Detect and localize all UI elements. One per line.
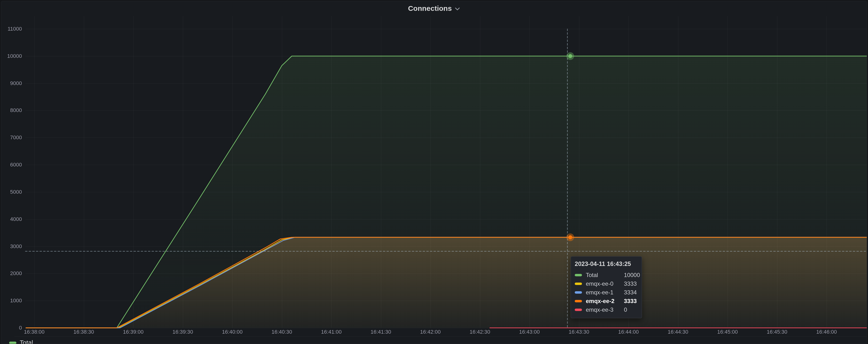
y-axis-tick-label: 10000 <box>3 53 22 59</box>
tooltip-series-swatch <box>575 291 582 294</box>
x-axis-tick-label: 16:42:30 <box>458 329 502 335</box>
tooltip-row: emqx-ee-03333 <box>574 279 638 288</box>
time-series-plot[interactable] <box>1 1 867 344</box>
x-axis-tick-label: 16:45:30 <box>755 329 799 335</box>
y-axis-tick-label: 7000 <box>3 134 22 141</box>
x-axis-tick-label: 16:41:30 <box>359 329 403 335</box>
y-axis-tick-label: 1000 <box>3 298 22 304</box>
x-axis-tick-label: 16:38:30 <box>62 329 105 335</box>
tooltip-series-swatch <box>575 300 582 302</box>
x-axis-tick-label: 16:45:00 <box>706 329 749 335</box>
panel-title[interactable]: Connections <box>408 4 452 12</box>
y-axis-tick-label: 2000 <box>3 270 22 277</box>
tooltip-timestamp: 2023-04-11 16:43:25 <box>575 260 638 268</box>
y-axis-tick-label: 9000 <box>3 80 22 87</box>
tooltip-series-name: Total <box>586 272 624 279</box>
tooltip-row: emqx-ee-13334 <box>574 288 638 297</box>
legend-divider <box>14 337 867 337</box>
y-axis-tick-label: 8000 <box>3 107 22 114</box>
tooltip-series-value: 3333 <box>624 298 637 305</box>
tooltip-series-value: 3334 <box>624 289 637 296</box>
tooltip-series-value: 0 <box>624 306 627 313</box>
x-axis-tick-label: 16:39:00 <box>112 329 155 335</box>
tooltip-series-swatch <box>575 309 582 311</box>
x-axis-tick-label: 16:39:30 <box>161 329 205 335</box>
tooltip-series-swatch <box>575 283 582 285</box>
tooltip-row: Total10000 <box>574 271 638 279</box>
tooltip-series-name: emqx-ee-2 <box>586 298 624 305</box>
tooltip-row: emqx-ee-23333 <box>574 297 638 306</box>
y-axis-tick-label: 4000 <box>3 216 22 222</box>
tooltip-series-value: 3333 <box>624 280 637 287</box>
panel-header: Connections <box>1 1 867 15</box>
chevron-down-icon[interactable] <box>455 7 460 10</box>
x-axis-tick-label: 16:41:00 <box>310 329 353 335</box>
tooltip-series-name: emqx-ee-3 <box>586 306 624 313</box>
tooltip-series-list: Total10000emqx-ee-03333emqx-ee-13334emqx… <box>574 271 638 314</box>
x-axis-tick-label: 16:46:00 <box>805 329 848 335</box>
y-axis-tick-label: 5000 <box>3 189 22 195</box>
x-axis-tick-label: 16:43:00 <box>508 329 551 335</box>
x-axis-tick-label: 16:44:00 <box>607 329 650 335</box>
hover-tooltip: 2023-04-11 16:43:25 Total10000emqx-ee-03… <box>570 256 642 318</box>
grafana-panel: Connections 0100020003000400050006000700… <box>1 1 867 344</box>
tooltip-series-value: 10000 <box>624 272 640 279</box>
legend-item-total[interactable]: Total <box>9 339 33 344</box>
x-axis-tick-label: 16:38:00 <box>12 329 56 335</box>
legend-item-label: Total <box>20 339 33 344</box>
y-axis-tick-label: 3000 <box>3 243 22 250</box>
tooltip-series-name: emqx-ee-1 <box>586 289 624 296</box>
y-axis-tick-label: 6000 <box>3 162 22 168</box>
x-axis-tick-label: 16:44:30 <box>656 329 700 335</box>
legend-color-swatch <box>9 342 17 344</box>
y-axis-tick-label: 11000 <box>3 26 22 32</box>
tooltip-series-name: emqx-ee-0 <box>586 280 624 287</box>
x-axis-tick-label: 16:42:00 <box>409 329 452 335</box>
tooltip-row: emqx-ee-30 <box>574 306 638 314</box>
x-axis-tick-label: 16:40:30 <box>260 329 304 335</box>
tooltip-series-swatch <box>575 274 582 276</box>
x-axis-tick-label: 16:43:30 <box>557 329 601 335</box>
x-axis-tick-label: 16:40:00 <box>211 329 254 335</box>
